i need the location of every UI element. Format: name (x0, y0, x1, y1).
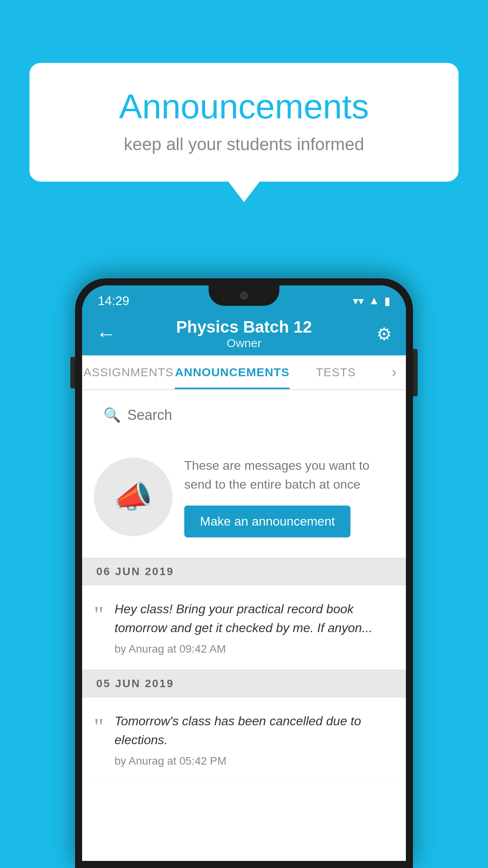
promo-avatar: 📣 (94, 458, 172, 536)
wifi-icon: ▾▾ (353, 294, 364, 307)
promo-text-section: These are messages you want to send to t… (184, 456, 394, 537)
back-button[interactable]: ← (96, 322, 120, 345)
signal-icon: ▲ (369, 294, 380, 307)
search-icon: 🔍 (103, 407, 121, 423)
announcement-item-1: " Hey class! Bring your practical record… (82, 585, 406, 670)
announcement-text-1: Hey class! Bring your practical record b… (115, 600, 394, 637)
megaphone-icon: 📣 (114, 478, 153, 515)
scrollable-content: 🔍 📣 These are messages you want to send … (82, 390, 406, 861)
speech-bubble: Announcements keep all your students inf… (29, 63, 459, 182)
date-divider-1: 06 JUN 2019 (82, 558, 406, 585)
announcement-meta-1: by Anurag at 09:42 AM (115, 643, 394, 655)
make-announcement-button[interactable]: Make an announcement (184, 506, 350, 537)
search-bar: 🔍 (92, 398, 396, 432)
bubble-subtitle: keep all your students informed (61, 134, 427, 154)
tab-assignments[interactable]: ASSIGNMENTS (82, 355, 175, 389)
status-time: 14:29 (98, 294, 129, 308)
camera-lens (240, 292, 248, 300)
quote-icon-2: " (94, 715, 104, 738)
announcement-meta-2: by Anurag at 05:42 PM (115, 755, 394, 767)
phone-notch (209, 285, 279, 306)
app-bar: ← Physics Batch 12 Owner ⚙ (82, 312, 406, 355)
announcement-content-2: Tomorrow's class has been cancelled due … (115, 712, 394, 767)
status-icons: ▾▾ ▲ ▮ (353, 294, 390, 307)
tab-tests[interactable]: TESTS (290, 355, 382, 389)
speech-bubble-container: Announcements keep all your students inf… (29, 63, 459, 182)
phone-outer-shell: 14:29 ▾▾ ▲ ▮ ← Physics Batch 12 Owner ⚙ (75, 278, 413, 868)
date-divider-2: 05 JUN 2019 (82, 670, 406, 697)
app-bar-title-section: Physics Batch 12 Owner (120, 318, 368, 350)
quote-icon-1: " (94, 603, 104, 626)
app-bar-title: Physics Batch 12 (120, 318, 368, 337)
bubble-title: Announcements (61, 86, 427, 127)
search-input[interactable] (127, 407, 385, 423)
app-bar-subtitle: Owner (120, 337, 368, 350)
phone-screen: 14:29 ▾▾ ▲ ▮ ← Physics Batch 12 Owner ⚙ (82, 285, 406, 861)
tab-more-icon[interactable]: › (382, 355, 406, 389)
promo-section: 📣 These are messages you want to send to… (82, 440, 406, 553)
phone-mockup: 14:29 ▾▾ ▲ ▮ ← Physics Batch 12 Owner ⚙ (75, 278, 413, 868)
tabs-container: ASSIGNMENTS ANNOUNCEMENTS TESTS › (82, 355, 406, 390)
announcement-text-2: Tomorrow's class has been cancelled due … (115, 712, 394, 749)
promo-description: These are messages you want to send to t… (184, 456, 394, 494)
settings-button[interactable]: ⚙ (368, 324, 392, 344)
tab-announcements[interactable]: ANNOUNCEMENTS (175, 355, 289, 389)
announcement-item-2: " Tomorrow's class has been cancelled du… (82, 697, 406, 782)
announcement-content-1: Hey class! Bring your practical record b… (115, 600, 394, 655)
battery-icon: ▮ (384, 294, 390, 307)
